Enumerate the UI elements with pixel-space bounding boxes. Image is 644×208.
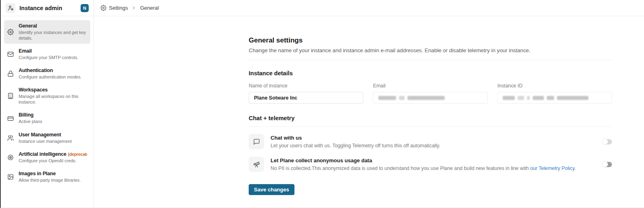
sidebar-item-label: Artificial intelligence (19, 151, 66, 157)
divider (249, 60, 612, 60)
redacted-value (503, 96, 515, 100)
chat-telemetry-heading: Chat + telemetry (249, 115, 612, 121)
instance-details-heading: Instance details (249, 70, 612, 76)
redacted-value (518, 96, 524, 100)
sidebar-item-description: Manage all workspaces on this instance. (19, 93, 87, 105)
chevron-right-icon (131, 5, 137, 11)
gear-icon (7, 29, 14, 35)
sidebar-item-images-in-plane[interactable]: Images in Plane Allow third-party image … (4, 168, 90, 186)
chat-with-us-description: Let your users chat with us. Toggling Te… (271, 143, 440, 149)
chat-with-us-row: Chat with us Let your users chat with us… (249, 134, 612, 149)
sidebar-item-billing[interactable]: Billing Active plans (4, 109, 90, 127)
field-label: Name of instance (249, 83, 363, 89)
telescope-icon (249, 157, 264, 172)
sidebar-item-description: Active plans (19, 119, 87, 124)
chat-with-us-title: Chat with us (271, 135, 440, 141)
app-title: Instance admin (19, 5, 81, 11)
toggle-knob (602, 161, 608, 167)
redacted-value (547, 96, 554, 100)
breadcrumb-label: Settings (109, 5, 128, 11)
field-name-of-instance: Name of instance (249, 83, 363, 104)
sidebar-item-authentication[interactable]: Authentication Configure authentication … (4, 65, 90, 83)
sidebar-item-label: General (19, 23, 37, 29)
telemetry-title: Let Plane collect anonymous usage data (271, 157, 576, 163)
ai-icon (7, 154, 14, 161)
sidebar-item-description: Configure your SMTP controls. (19, 55, 87, 60)
breadcrumb-general[interactable]: General (140, 5, 159, 11)
breadcrumb-label: General (140, 5, 159, 11)
sidebar-item-description: Configure authentication modes. (19, 74, 87, 80)
content: General settings Change the name of your… (94, 16, 644, 195)
sidebar-item-label: Images in Plane (19, 171, 55, 176)
instance-badge[interactable]: N (81, 4, 89, 12)
mail-icon (7, 51, 14, 57)
redacted-value (533, 96, 544, 100)
page-title: General settings (249, 36, 612, 45)
name-of-instance-input[interactable] (249, 92, 363, 104)
sidebar-item-user-management[interactable]: User Management Instance user management (4, 129, 90, 147)
deprecated-tag: (deprecated) (68, 152, 87, 157)
chat-bubble-icon (249, 134, 264, 149)
field-label: Instance ID (497, 83, 612, 89)
breadcrumb: Settings General (94, 0, 644, 16)
redacted-value (378, 96, 396, 100)
sidebar-item-label: User Management (19, 132, 61, 138)
lock-icon (7, 70, 14, 77)
sidebar-item-workspaces[interactable]: Workspaces Manage all workspaces on this… (4, 84, 90, 108)
chat-with-us-toggle[interactable] (603, 139, 612, 144)
page-subtitle: Change the name of your instance and ins… (249, 47, 612, 53)
sidebar-item-label: Workspaces (19, 87, 47, 93)
sidebar-item-description: Allow third-party image libraries. (19, 177, 87, 183)
main-area: Settings General General settings Change… (94, 0, 644, 208)
redacted-value (399, 96, 405, 100)
sidebar: Instance admin N General Identify your i… (1, 0, 94, 208)
sidebar-item-description: Configure your OpenAI creds. (19, 158, 87, 163)
field-instance-id: Instance ID (497, 83, 612, 104)
sidebar-item-label: Billing (19, 112, 34, 118)
field-label: Email (373, 83, 488, 89)
instance-details-fields: Name of instance Email Instance ID (249, 83, 612, 104)
sidebar-header: Instance admin N (1, 0, 94, 16)
sidebar-item-general[interactable]: General Identify your instances and get … (4, 20, 90, 44)
divider (249, 126, 612, 127)
redacted-value (527, 96, 530, 100)
toggle-knob (602, 139, 608, 144)
sidebar-item-description: Instance user management (19, 138, 87, 144)
sidebar-item-artificial-intelligence[interactable]: Artificial intelligence (deprecated) Con… (4, 149, 90, 166)
redacted-value (407, 96, 445, 100)
instance-id-input[interactable] (497, 92, 612, 104)
telemetry-row: Let Plane collect anonymous usage data N… (249, 157, 612, 172)
gear-icon (100, 5, 107, 11)
save-changes-button[interactable]: Save changes (249, 184, 294, 195)
credit-card-icon (7, 115, 14, 122)
redacted-value (557, 96, 589, 100)
breadcrumb-settings[interactable]: Settings (100, 5, 128, 11)
sidebar-item-label: Authentication (19, 68, 53, 73)
user-cog-icon (6, 3, 15, 13)
email-input[interactable] (373, 92, 488, 104)
field-email: Email (373, 83, 488, 104)
telemetry-description: No PII is collected.This anonymized data… (271, 166, 530, 171)
image-icon (7, 174, 14, 180)
building-icon (7, 93, 14, 99)
sidebar-item-label: Email (19, 48, 32, 54)
sidebar-item-description: Identify your instances and get key deta… (19, 30, 87, 41)
telemetry-policy-link[interactable]: our Telemetry Policy. (530, 166, 576, 171)
sidebar-item-email[interactable]: Email Configure your SMTP controls. (4, 45, 90, 63)
telemetry-toggle[interactable] (603, 162, 612, 167)
users-icon (7, 135, 14, 141)
sidebar-menu: General Identify your instances and get … (1, 16, 94, 190)
